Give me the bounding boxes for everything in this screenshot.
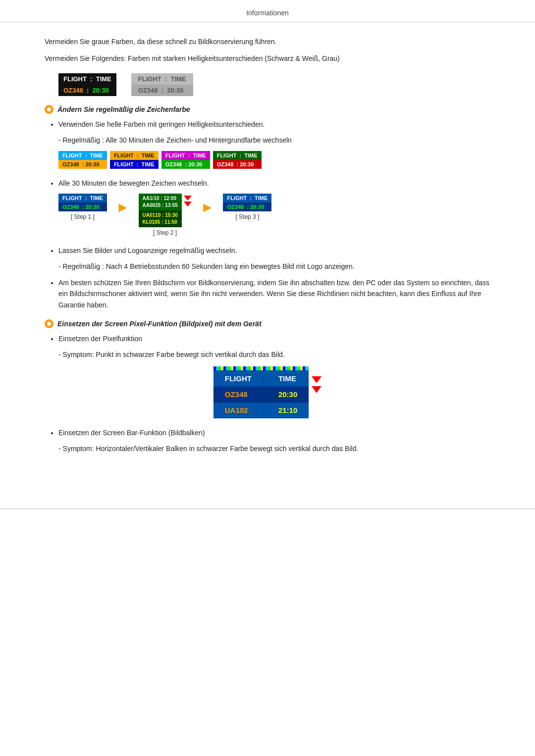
section1-bullet2: Alle 30 Minuten die bewegten Zeichen wec…: [58, 178, 490, 189]
steps-row: FLIGHT : TIME OZ348 : 20:30 [ Step 1 ] ►…: [58, 194, 490, 236]
pixel-panel-header-flight: FLIGHT: [214, 370, 263, 386]
page-header: Informationen: [0, 0, 535, 22]
step-3-panel: FLIGHT : TIME OZ348 : 20:30: [223, 194, 271, 211]
section1-subnote1: - Regelmäßig : Alle 30 Minuten die Zeich…: [58, 135, 490, 146]
section-heading-2-text: Einsetzen der Screen Pixel-Funktion (Bil…: [57, 320, 262, 328]
dark-panel-header: FLIGHT : TIME: [58, 73, 116, 85]
pixel-panel-row1-time: 20:30: [267, 386, 308, 402]
paragraph-1: Vermeiden Sie graue Farben, da diese sch…: [45, 36, 490, 47]
section1-bullet4: Am besten schützen Sie Ihren Bildschirm …: [58, 277, 490, 310]
dark-panel-data: OZ348 : 20:30: [58, 85, 116, 96]
section1-bullet3: Lassen Sie Bilder und Logoanzeige regelm…: [58, 245, 490, 256]
section2-subnote1: - Symptom: Punkt in schwarzer Farbe bewe…: [58, 349, 490, 360]
section2-list2: Einsetzen der Screen Bar-Funktion (Bildb…: [45, 427, 490, 438]
pixel-panel-row2-flight: UA102: [214, 402, 263, 418]
down-arrow-step2: [184, 196, 192, 207]
step-3-label: [ Step 3 ]: [235, 213, 259, 220]
section-bullet-icon-2: [45, 319, 54, 328]
step-1-panel: FLIGHT : TIME OZ348 : 20:30: [58, 194, 107, 211]
color-panels-row: FLIGHT : TIME OZ348 : 20:30 FLIGHT : TIM…: [58, 151, 490, 169]
step-2-panel: AA1/10 : 12:00AA0025 : 13:55 UA0110 : 15…: [139, 194, 182, 227]
section1-subnote2: - Regelmäßig : Nach 4 Betriebsstunden 60…: [58, 261, 490, 272]
flight-panel-gray: FLIGHT : TIME OZ348 : 20:30: [131, 73, 193, 96]
section2-subnote2: - Symptom: Horizontaler/Vertikaler Balke…: [58, 443, 490, 454]
pixel-panel-down-arrows: [312, 376, 321, 393]
section2-bullet1: Einsetzen der Pixelfunktion: [58, 333, 490, 344]
step-3-container: FLIGHT : TIME OZ348 : 20:30 [ Step 3 ]: [223, 194, 271, 220]
section1-list4: Am besten schützen Sie Ihren Bildschirm …: [45, 277, 490, 310]
pixel-panel: FLIGHT TIME OZ348 20:30 UA102 21:10: [214, 366, 322, 418]
step-2-container: AA1/10 : 12:00AA0025 : 13:55 UA0110 : 15…: [139, 194, 192, 236]
color-panel-4: FLIGHT : TIME OZ348 : 20:30: [213, 151, 262, 169]
section-bullet-icon-1: [45, 105, 54, 114]
section1-list3: Lassen Sie Bilder und Logoanzeige regelm…: [45, 245, 490, 256]
step-1-label: [ Step 1 ]: [71, 213, 95, 220]
color-panel-1: FLIGHT : TIME OZ348 : 20:30: [58, 151, 107, 169]
color-panel-2: FLIGHT : TIME FLIGHT : TIME: [110, 151, 159, 169]
page-title: Informationen: [246, 9, 289, 17]
pixel-panel-header-time: TIME: [267, 370, 308, 386]
intro-panels-row: FLIGHT : TIME OZ348 : 20:30 FLIGHT : TIM…: [58, 73, 490, 96]
color-panel-3: FLIGHT : TIME OZ348 : 20:30: [161, 151, 210, 169]
section-heading-2: Einsetzen der Screen Pixel-Funktion (Bil…: [45, 319, 490, 328]
paragraph-2: Vermeiden Sie Folgendes: Farben mit star…: [45, 53, 490, 64]
section2-bullet2: Einsetzen der Screen Bar-Funktion (Bildb…: [58, 427, 490, 438]
step-arrow-1: ►: [116, 194, 130, 215]
gray-panel-header: FLIGHT : TIME: [131, 73, 193, 85]
page-divider: [0, 508, 535, 509]
step-arrow-2: ►: [201, 194, 214, 215]
section1-list2: Alle 30 Minuten die bewegten Zeichen wec…: [45, 178, 490, 189]
section1-bullet1: Verwenden Sie helle Farben mit geringen …: [58, 119, 490, 130]
flight-panel-dark: FLIGHT : TIME OZ348 : 20:30: [58, 73, 116, 96]
pixel-panel-row1-flight: OZ348: [214, 386, 263, 402]
section-heading-1: Ändern Sie regelmäßig die Zeichenfarbe: [45, 105, 490, 114]
pixel-panel-container: FLIGHT TIME OZ348 20:30 UA102 21:10: [45, 366, 490, 418]
section1-list: Verwenden Sie helle Farben mit geringen …: [45, 119, 490, 130]
pixel-panel-row2-time: 21:10: [267, 402, 308, 418]
section2-list1: Einsetzen der Pixelfunktion: [45, 333, 490, 344]
section-heading-1-text: Ändern Sie regelmäßig die Zeichenfarbe: [57, 105, 190, 113]
step-2-label: [ Step 2 ]: [153, 229, 177, 236]
step-1-container: FLIGHT : TIME OZ348 : 20:30 [ Step 1 ]: [58, 194, 107, 220]
gray-panel-data: OZ348 : 20:30: [131, 85, 193, 96]
